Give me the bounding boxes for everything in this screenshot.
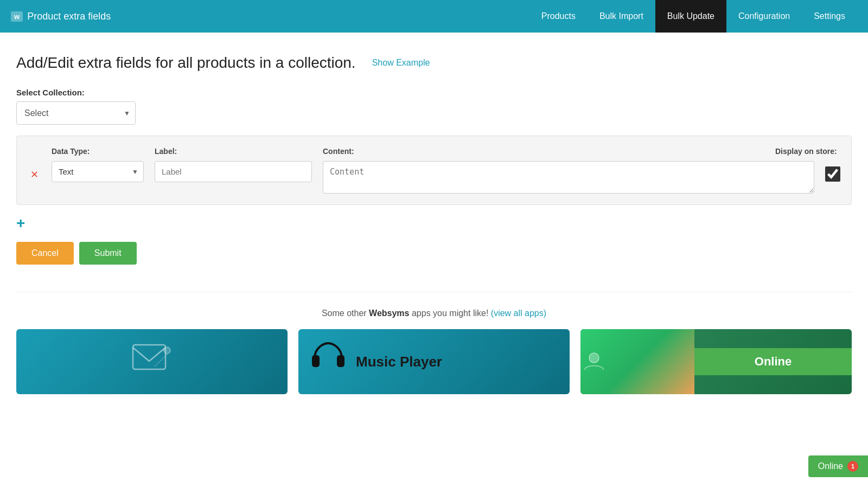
nav-configuration[interactable]: Configuration xyxy=(726,0,802,33)
online-app-label: Online xyxy=(694,348,852,375)
collection-select-wrapper: Select ▼ xyxy=(16,101,136,125)
datatype-select[interactable]: Text Number Date xyxy=(52,161,144,182)
apps-brand: Websyms xyxy=(369,309,409,318)
svg-point-5 xyxy=(589,353,599,363)
headphones-icon xyxy=(309,339,347,384)
footer-apps: Some other Websyms apps you might like! … xyxy=(16,292,852,394)
music-player-label: Music Player xyxy=(356,354,442,370)
content-textarea[interactable] xyxy=(323,161,814,194)
collection-select[interactable]: Select xyxy=(16,101,136,125)
action-buttons: Cancel Submit xyxy=(16,242,852,265)
cancel-button[interactable]: Cancel xyxy=(16,242,74,265)
fields-container: Data Type: Label: Content: Display on st… xyxy=(16,136,852,205)
nav-settings[interactable]: Settings xyxy=(802,0,857,33)
label-input[interactable] xyxy=(155,161,312,182)
app-title: Product extra fields xyxy=(27,11,111,22)
view-all-apps-link[interactable]: (view all apps) xyxy=(491,309,546,318)
page-title-row: Add/Edit extra fields for all products i… xyxy=(16,54,852,72)
delete-field-button[interactable]: ✕ xyxy=(28,169,41,181)
show-example-link[interactable]: Show Example xyxy=(372,58,430,68)
logo-badge: w xyxy=(11,11,23,22)
main-content: Add/Edit extra fields for all products i… xyxy=(0,33,868,410)
submit-button[interactable]: Submit xyxy=(79,242,137,265)
apps-text-suffix: apps you might like! xyxy=(409,309,488,318)
header-content: Content: xyxy=(323,147,764,156)
nav-products[interactable]: Products xyxy=(529,0,588,33)
svg-rect-3 xyxy=(312,355,320,367)
email-app-icon xyxy=(130,337,174,387)
svg-rect-4 xyxy=(337,355,344,367)
svg-point-2 xyxy=(164,347,170,354)
display-on-store-checkbox[interactable] xyxy=(825,166,840,182)
add-field-button[interactable]: + xyxy=(16,216,25,231)
header-label: Label: xyxy=(155,147,312,156)
main-nav: Products Bulk Import Bulk Update Configu… xyxy=(529,0,857,33)
header: w Product extra fields Products Bulk Imp… xyxy=(0,0,868,33)
header-data-type: Data Type: xyxy=(52,147,144,156)
nav-bulk-update[interactable]: Bulk Update xyxy=(655,0,726,33)
apps-grid: Music Player Online xyxy=(16,329,852,394)
app-logo: w Product extra fields xyxy=(11,11,111,22)
svg-rect-0 xyxy=(133,345,165,369)
select-collection-label: Select Collection: xyxy=(16,88,852,97)
app-card-online[interactable]: Online xyxy=(580,329,852,394)
app-card-email[interactable] xyxy=(16,329,288,394)
page-title: Add/Edit extra fields for all products i… xyxy=(16,54,356,72)
footer-apps-title: Some other Websyms apps you might like! … xyxy=(16,309,852,318)
nav-bulk-import[interactable]: Bulk Import xyxy=(588,0,655,33)
field-row: ✕ Text Number Date ▼ xyxy=(28,161,840,194)
fields-header: Data Type: Label: Content: Display on st… xyxy=(28,147,840,156)
apps-text-prefix: Some other xyxy=(322,309,369,318)
datatype-select-wrapper: Text Number Date ▼ xyxy=(52,161,144,182)
header-display: Display on store: xyxy=(775,147,840,156)
app-card-music[interactable]: Music Player xyxy=(298,329,570,394)
